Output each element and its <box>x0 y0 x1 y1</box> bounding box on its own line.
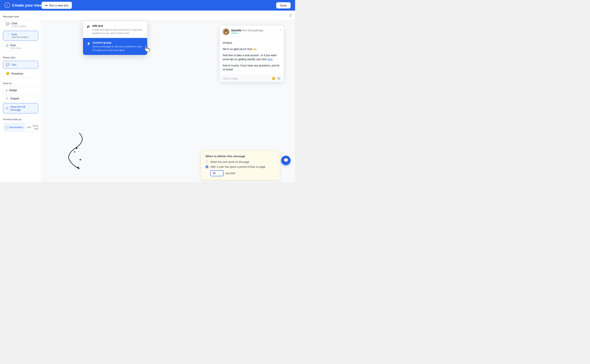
preview-data-section: Preview data as ◯ Placeholders Abc Sampl… <box>3 118 38 132</box>
preview-sample-button[interactable]: Abc Sample data <box>25 123 38 131</box>
preview-data-label: Preview data as <box>3 118 38 121</box>
run-test-button[interactable]: ➦ Run a new test <box>41 2 72 9</box>
emoji-picker-icon[interactable]: 🙂 <box>272 77 275 80</box>
seconds-row: seconds <box>210 170 275 176</box>
delivery-panel: When to deliver this message When the us… <box>201 150 280 180</box>
header: 1 Create your message ➦ Run a new test D… <box>0 0 295 11</box>
sent-as-label: Sent as <box>3 82 38 85</box>
dropdown-item-control-group[interactable]: ◑ Control group Send a message to half y… <box>83 38 147 55</box>
reply-input-placeholder[interactable]: Write a reply... <box>223 77 272 80</box>
chat-footer: Write a reply... 🙂 📎 <box>220 75 284 82</box>
message-type-chat[interactable]: 💬 Chat Keep it simple <box>3 20 38 30</box>
reply-type-label: Reply type <box>3 56 38 59</box>
sample-icon: Abc <box>27 126 31 129</box>
chat-body: Hi there, We're so glad you're here 🙌 Fe… <box>220 38 284 75</box>
svg-point-0 <box>76 147 77 149</box>
decorative-swirl: ✦ <box>57 129 94 171</box>
run-test-icon: ➦ <box>45 4 48 7</box>
preview-placeholders-button[interactable]: ◯ Placeholders <box>3 123 25 131</box>
message-type-post[interactable]: ☰ Post Tell a story <box>3 42 38 52</box>
sent-as-snippet[interactable]: ☷ Snippet <box>3 95 38 102</box>
close-chat-button[interactable]: × <box>279 28 281 32</box>
post-icon: ☰ <box>6 44 8 48</box>
sidebar: Message type 💬 Chat Keep it simple 📄 Not… <box>0 11 41 182</box>
delivery-title: When to deliver this message <box>206 155 275 158</box>
dropdown-item-ab-test[interactable]: ⇄ A/B test Create two options and send e… <box>83 21 147 38</box>
placeholders-icon: ◯ <box>5 126 8 129</box>
main-layout: Message type 💬 Chat Keep it simple 📄 Not… <box>0 11 295 182</box>
svg-text:✦: ✦ <box>79 158 82 162</box>
editor-toolbar: ☰ <box>41 11 295 20</box>
step-indicator: 1 <box>5 3 10 8</box>
svg-point-1 <box>74 151 75 152</box>
done-button[interactable]: Done <box>276 2 291 8</box>
delivery-option-on-page-land[interactable]: When the user lands on the page <box>206 160 275 163</box>
chat-footer-icons: 🙂 📎 <box>272 77 281 80</box>
preview-toggle: ◯ Placeholders Abc Sample data <box>3 123 38 132</box>
chat-icon: 💬 <box>6 22 10 26</box>
reply-type-reactions[interactable]: 🙂 Reactions <box>3 70 38 77</box>
chat-message-4: And of course, if you have any questions… <box>223 64 281 72</box>
sent-as-section: Sent as ● Badge ☷ Snippet ☷ Show the ful… <box>3 82 38 113</box>
radio-on-page-land[interactable] <box>206 160 208 163</box>
badge-icon: ● <box>6 89 7 92</box>
chat-message-1: Hi there, <box>223 41 281 45</box>
message-type-section: Message type 💬 Chat Keep it simple 📄 Not… <box>3 15 38 52</box>
chat-link[interactable]: here <box>267 58 273 61</box>
toolbar-menu-icon: ☰ <box>289 13 292 18</box>
sent-as-badge[interactable]: ● Badge <box>3 87 38 94</box>
delivery-option-after-time[interactable]: After a user has spent a period of time … <box>206 165 275 168</box>
radio-after-time[interactable] <box>206 165 208 168</box>
text-bubble-icon: 💬 <box>6 63 10 66</box>
sent-as-full[interactable]: ☷ Show the full message <box>3 103 38 113</box>
chat-message-2: We're so glad you're here 🙌 <box>223 47 281 51</box>
seconds-label: seconds <box>226 172 235 175</box>
content-area: ☰ ✦ 👩 Danielle from ExampleApp Ac <box>41 11 295 182</box>
attachment-icon[interactable]: 📎 <box>277 77 281 80</box>
note-icon: 📄 <box>6 33 10 37</box>
chat-preview-panel: 👩 Danielle from ExampleApp Active × Hi t… <box>220 26 284 82</box>
reply-type-text[interactable]: 💬 Text <box>3 61 38 69</box>
chat-fab-icon: 💬 <box>283 158 288 163</box>
full-message-icon: ☷ <box>6 107 8 110</box>
chat-preview-header: 👩 Danielle from ExampleApp Active × <box>220 26 284 38</box>
snippet-icon: ☷ <box>6 97 8 100</box>
avatar: 👩 <box>223 28 229 35</box>
chat-sender-info: Danielle from ExampleApp Active <box>231 29 263 34</box>
message-type-label: Message type <box>3 15 38 18</box>
chat-fab-button[interactable]: 💬 <box>281 156 291 165</box>
chat-message-3: Feel free to take a look around - or if … <box>223 53 281 61</box>
seconds-input[interactable] <box>210 170 224 176</box>
emoji-icon: 🙂 <box>6 72 10 75</box>
control-group-icon: ◑ <box>87 41 90 46</box>
test-dropdown-menu[interactable]: ⇄ A/B test Create two options and send e… <box>83 21 147 55</box>
reply-type-section: Reply type 💬 Text 🙂 Reactions <box>3 56 38 77</box>
ab-test-icon: ⇄ <box>87 25 90 29</box>
message-type-note[interactable]: 📄 Note Add rich content <box>3 31 38 41</box>
